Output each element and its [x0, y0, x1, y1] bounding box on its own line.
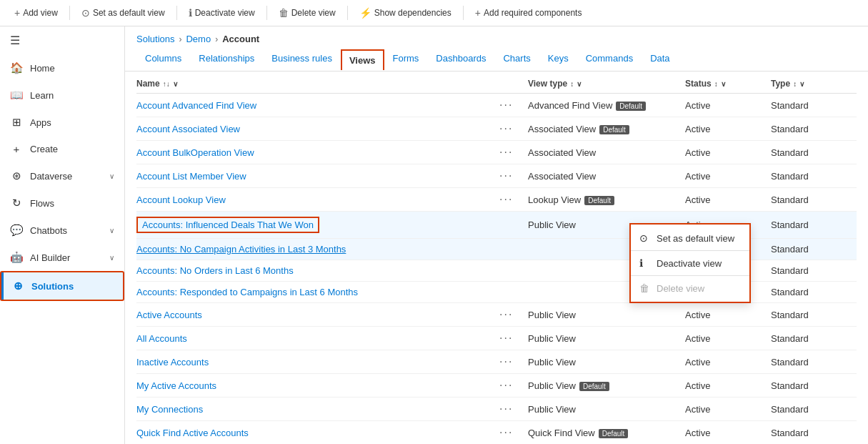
- row-dots-cell: ···: [499, 426, 528, 439]
- row-name[interactable]: All Accounts: [136, 333, 187, 344]
- row-name[interactable]: Account Lookup View: [136, 194, 226, 205]
- row-name[interactable]: My Connections: [136, 404, 203, 415]
- row-dots-cell: ···: [499, 379, 528, 392]
- row-name[interactable]: Accounts: Responded to Campaigns in Last…: [136, 287, 358, 297]
- row-name[interactable]: Account BulkOperation View: [136, 147, 254, 158]
- hamburger-icon[interactable]: ☰: [0, 26, 124, 54]
- toolbar-sep: [69, 6, 70, 20]
- ctx-item-set-default[interactable]: ⊙Set as default view: [631, 227, 749, 249]
- row-context-dots[interactable]: ···: [499, 308, 513, 320]
- toolbar-btn-add-view[interactable]: +Add view: [9, 4, 64, 21]
- tab-relationships[interactable]: Relationships: [190, 47, 263, 71]
- row-context-dots[interactable]: ···: [499, 99, 513, 111]
- row-name[interactable]: My Active Accounts: [136, 380, 216, 391]
- row-name-cell: My Active Accounts: [136, 380, 499, 391]
- toolbar-btn-set-default[interactable]: ⊙Set as default view: [76, 4, 171, 21]
- row-name-cell: My Connections: [136, 404, 499, 415]
- row-view-type-cell: Lookup ViewDefault: [528, 194, 685, 205]
- row-name[interactable]: Accounts: Influenced Deals That We Won: [136, 217, 319, 233]
- th-view-type[interactable]: View type↕∨: [528, 79, 685, 89]
- sidebar-item-learn[interactable]: 📖 Learn: [0, 82, 124, 109]
- row-context-dots[interactable]: ···: [499, 379, 513, 391]
- th-label-name: Name: [136, 79, 160, 89]
- th-label-view-type: View type: [528, 79, 567, 89]
- row-type-cell: Standard: [771, 428, 857, 438]
- row-type-cell: Standard: [771, 147, 857, 158]
- tab-views[interactable]: Views: [341, 49, 384, 70]
- tab-charts[interactable]: Charts: [494, 47, 539, 71]
- tab-data[interactable]: Data: [642, 47, 678, 71]
- toolbar: +Add view⊙Set as default viewℹDeactivate…: [0, 0, 868, 26]
- table-row[interactable]: Inactive Accounts···Public ViewActiveSta…: [136, 350, 857, 374]
- row-dots-cell: ···: [499, 193, 528, 206]
- row-dots-cell: ···: [499, 99, 528, 112]
- toolbar-btn-deactivate[interactable]: ℹDeactivate view: [183, 4, 261, 21]
- sidebar-item-ai-builder[interactable]: 🤖 AI Builder ∨: [0, 244, 124, 271]
- breadcrumb-item-demo[interactable]: Demo: [186, 34, 211, 44]
- table-row[interactable]: Account Associated View···Associated Vie…: [136, 117, 857, 141]
- row-name[interactable]: Account List Member View: [136, 171, 246, 182]
- set-default-ctx-icon: ⊙: [639, 232, 651, 244]
- row-name[interactable]: Active Accounts: [136, 310, 202, 320]
- table-row[interactable]: Account BulkOperation View···Associated …: [136, 141, 857, 164]
- row-context-dots[interactable]: ···: [499, 169, 513, 182]
- toolbar-btn-show-deps[interactable]: ⚡Show dependencies: [354, 4, 457, 21]
- row-status-cell: Active: [685, 357, 771, 367]
- row-context-dots[interactable]: ···: [499, 426, 513, 438]
- row-name[interactable]: Accounts: No Campaign Activities in Last…: [136, 244, 346, 255]
- table-row[interactable]: Quick Find Active Accounts···Quick Find …: [136, 421, 857, 444]
- flows-icon: ↻: [10, 197, 23, 209]
- sidebar-item-create[interactable]: + Create: [0, 136, 124, 162]
- row-name[interactable]: Quick Find Active Accounts: [136, 428, 249, 438]
- breadcrumb-item-solutions[interactable]: Solutions: [136, 34, 174, 44]
- sidebar-item-solutions[interactable]: ⊕ Solutions: [0, 271, 124, 301]
- toolbar-btn-add-required[interactable]: +Add required components: [469, 4, 588, 21]
- row-context-dots[interactable]: ···: [499, 122, 513, 134]
- row-context-dots[interactable]: ···: [499, 355, 513, 367]
- content-area: Solutions›Demo›Account ColumnsRelationsh…: [125, 26, 868, 444]
- row-name[interactable]: Inactive Accounts: [136, 357, 209, 367]
- ctx-item-deactivate[interactable]: ℹDeactivate view: [631, 252, 749, 274]
- table-row[interactable]: My Active Accounts···Public ViewDefaultA…: [136, 374, 857, 398]
- toolbar-btn-label: Add view: [23, 8, 58, 18]
- row-context-dots[interactable]: ···: [499, 332, 513, 344]
- sidebar-item-apps[interactable]: ⊞ Apps: [0, 109, 124, 136]
- toolbar-sep: [347, 6, 348, 20]
- table-row[interactable]: My Connections···Public ViewActiveStanda…: [136, 398, 857, 421]
- row-context-dots[interactable]: ···: [499, 193, 513, 205]
- row-context-dots[interactable]: ···: [499, 403, 513, 415]
- tab-forms[interactable]: Forms: [384, 47, 428, 71]
- sidebar-item-flows[interactable]: ↻ Flows: [0, 189, 124, 217]
- row-name[interactable]: Account Advanced Find View: [136, 100, 256, 111]
- tab-dashboards[interactable]: Dashboards: [427, 47, 494, 71]
- table-row[interactable]: Account List Member View···Associated Vi…: [136, 164, 857, 188]
- row-name[interactable]: Account Associated View: [136, 124, 240, 134]
- tab-keys[interactable]: Keys: [539, 47, 577, 71]
- table-row[interactable]: All Accounts···Public ViewActiveStandard: [136, 327, 857, 350]
- row-type-cell: Standard: [771, 333, 857, 344]
- row-view-type-cell: Associated View: [528, 147, 685, 158]
- tab-business-rules[interactable]: Business rules: [263, 47, 341, 71]
- row-view-type-cell: Advanced Find ViewDefault: [528, 100, 685, 111]
- tab-columns[interactable]: Columns: [136, 47, 190, 71]
- tab-commands[interactable]: Commands: [577, 47, 642, 71]
- toolbar-btn-label: Deactivate view: [195, 8, 255, 18]
- sidebar-item-home[interactable]: 🏠 Home: [0, 54, 124, 82]
- filter-chevron-icon: ∨: [173, 80, 178, 88]
- th-name[interactable]: Name↑↓∨: [136, 79, 499, 89]
- sidebar: ☰ 🏠 Home 📖 Learn ⊞ Apps + Create ⊛ Datav…: [0, 26, 125, 444]
- row-badge: Default: [599, 429, 629, 438]
- table-row[interactable]: Active Accounts···Public ViewActiveStand…: [136, 303, 857, 327]
- th-status[interactable]: Status↕∨: [685, 79, 771, 89]
- row-name[interactable]: Accounts: No Orders in Last 6 Months: [136, 265, 294, 276]
- sidebar-item-chatbots[interactable]: 💬 Chatbots ∨: [0, 217, 124, 244]
- toolbar-btn-delete[interactable]: 🗑Delete view: [273, 4, 341, 21]
- sidebar-item-dataverse[interactable]: ⊛ Dataverse ∨: [0, 162, 124, 189]
- create-icon: +: [10, 143, 23, 155]
- apps-icon: ⊞: [10, 116, 23, 129]
- th-type[interactable]: Type↕∨: [771, 79, 857, 89]
- table-row[interactable]: Account Advanced Find View···Advanced Fi…: [136, 94, 857, 117]
- table-row[interactable]: Accounts: Influenced Deals That We WonPu…: [136, 212, 857, 239]
- row-context-dots[interactable]: ···: [499, 146, 513, 158]
- table-row[interactable]: Account Lookup View···Lookup ViewDefault…: [136, 188, 857, 212]
